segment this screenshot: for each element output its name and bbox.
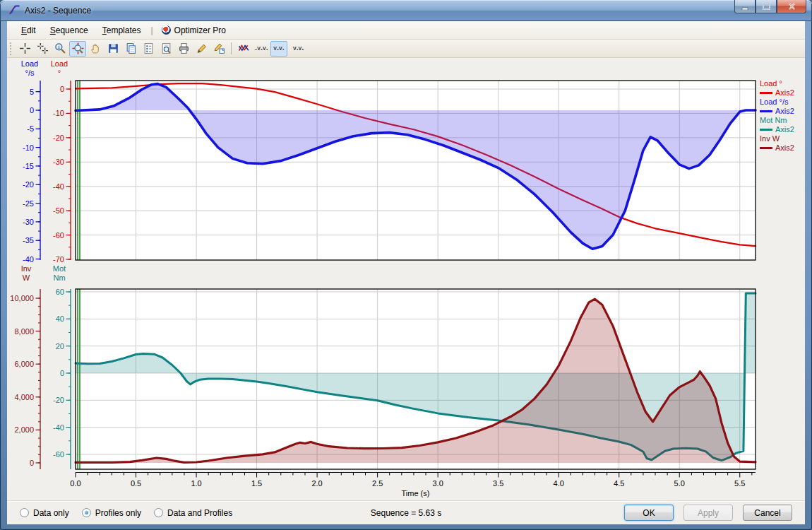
zoom-button[interactable]: ± (52, 41, 68, 57)
legend-title: Mot Nm (760, 116, 809, 125)
double-crosshair-icon (37, 42, 49, 54)
apply-button[interactable]: Apply (683, 505, 733, 521)
report-button[interactable] (140, 41, 157, 57)
print-button[interactable] (175, 41, 192, 57)
ok-button[interactable]: OK (624, 505, 674, 521)
layout-horizontal-icon: ..V₂V₁ (254, 46, 268, 51)
menu-bar: Edit Sequence Templates | Optimizer Pro (7, 21, 805, 40)
layout-vertical-icon: V₂V₁ (273, 46, 284, 51)
window-title: Axis2 - Sequence (25, 6, 91, 16)
radio-profiles-only[interactable]: Profiles only (82, 508, 141, 518)
axis-title-load-deg: Load° (47, 59, 72, 78)
menu-separator: | (148, 25, 155, 35)
menu-edit[interactable]: Edit (14, 23, 43, 37)
cancel-button[interactable]: Cancel (743, 505, 792, 521)
chart-canvas[interactable] (7, 58, 805, 500)
maximize-button[interactable] (756, 0, 777, 13)
edit-notes-button[interactable] (210, 41, 227, 57)
data-profile-view-button[interactable] (235, 41, 252, 57)
layout-vertical-button[interactable]: V₂V₁ (270, 41, 287, 57)
copy-button[interactable] (122, 41, 139, 57)
legend-line-icon (760, 110, 772, 112)
radio-selected-icon (82, 508, 91, 517)
legend-line-icon (760, 129, 772, 131)
app-window: Axis2 - Sequence Edit Sequence Templates… (0, 0, 812, 530)
legend-line-icon (760, 92, 772, 94)
dual-cursor-track-button[interactable] (34, 41, 51, 57)
radio-icon (20, 508, 29, 517)
copy-icon (125, 42, 137, 54)
print-preview-button[interactable] (157, 41, 174, 57)
legend-title: Inv W (760, 134, 809, 143)
toolbar-grip-icon (10, 42, 13, 55)
close-button[interactable] (777, 0, 806, 13)
radio-data-only[interactable]: Data only (20, 508, 69, 518)
menu-templates[interactable]: Templates (95, 23, 148, 37)
optimizer-pro-icon (162, 25, 171, 35)
pencil-icon (196, 42, 208, 54)
svg-text:±: ± (57, 45, 60, 49)
radio-data-and-profiles[interactable]: Data and Profiles (154, 508, 232, 518)
zoom-in-out-icon: ± (54, 42, 66, 54)
app-icon (8, 4, 20, 18)
save-button[interactable] (105, 41, 121, 57)
crosshair-icon (19, 42, 31, 54)
footer-bar: Data only Profiles only Data and Profile… (7, 500, 805, 524)
pan-button[interactable] (87, 41, 104, 57)
zoom-extents-icon (72, 42, 84, 54)
legend-line-icon (760, 147, 772, 149)
legend-title: Load ° (760, 79, 809, 88)
legend-title: Load °/s (760, 98, 809, 107)
layout-stacked-icon: V₁V₂ (293, 46, 300, 51)
menu-optimizer-pro[interactable]: Optimizer Pro (156, 23, 232, 37)
layout-stacked-button[interactable]: V₁V₂ (288, 41, 305, 57)
cursor-track-button[interactable] (16, 41, 33, 57)
report-icon (143, 42, 155, 54)
axis-title-mot-nm: MotNm (47, 264, 72, 283)
print-preview-icon (160, 42, 172, 54)
chart-legend: Load ° Axis2 Load °/s Axis2 Mot Nm Axis2… (760, 79, 809, 153)
toolbar: ± ..V₂V₁ V₂V₁ V₁V₂ (7, 40, 805, 58)
axis-title-inv-w: InvW (13, 264, 40, 283)
menu-sequence[interactable]: Sequence (43, 23, 95, 37)
zoom-extents-button[interactable] (69, 41, 86, 57)
save-icon (107, 42, 119, 54)
title-bar[interactable]: Axis2 - Sequence (0, 0, 812, 21)
profiles-zigzag-icon (238, 42, 250, 54)
pencil-note-icon (213, 42, 225, 54)
edit-profile-button[interactable] (193, 41, 210, 57)
toolbar-separator (231, 42, 232, 54)
printer-icon (178, 42, 190, 54)
hand-icon (90, 42, 102, 54)
minimize-button[interactable] (734, 0, 756, 13)
radio-icon (154, 508, 163, 517)
axis-title-load-rate: Load°/s (16, 59, 44, 78)
layout-horizontal-button[interactable]: ..V₂V₁ (253, 41, 270, 57)
